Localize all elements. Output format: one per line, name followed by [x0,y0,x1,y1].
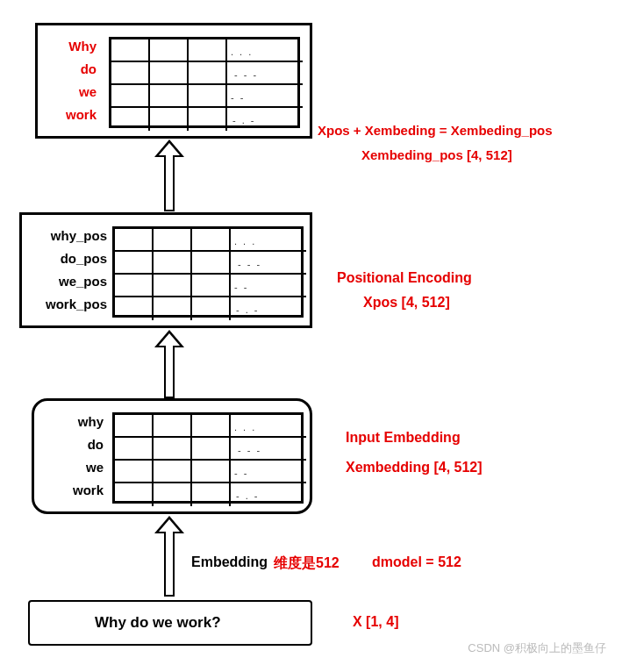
row-label: work [40,104,97,126]
watermark: CSDN @积极向上的墨鱼仔 [468,640,606,656]
annot-top-2: Xembeding_pos [4, 512] [361,147,512,162]
grid-top: . . . - - - - - - . - [109,37,300,128]
row-label: we [46,456,104,479]
labels-mid: why_pos do_pos we_pos work_pos [23,225,107,316]
label-embedding: Embedding [191,554,268,570]
label-dmodel: dmodel = 512 [372,554,461,570]
row-label: we [40,81,97,104]
row-label: work [46,479,104,502]
labels-top: Why do we work [40,35,97,126]
annot-emb-2: Xembedding [4, 512] [346,460,483,475]
grid-mid: . . . - - - - - - . - [112,226,304,318]
row-label: why [46,411,104,433]
annot-xshape: X [1, 4] [353,614,398,630]
label-dims: 维度是512 [274,554,340,573]
annot-top-1: Xpos + Xembeding = Xembeding_pos [318,123,553,138]
annot-mid-2: Xpos [4, 512] [363,295,450,311]
input-sentence: Why do we work? [95,614,221,632]
row-label: why_pos [23,225,107,247]
labels-emb: why do we work [46,411,104,502]
grid-emb: . . . - - - - - - . - [112,412,304,504]
row-label: we_pos [23,270,107,293]
row-label: do_pos [23,247,107,270]
row-label: do [40,58,97,81]
annot-mid-1: Positional Encoding [337,270,472,286]
annot-emb-1: Input Embedding [346,430,461,446]
row-label: work_pos [23,293,107,316]
row-label: do [46,433,104,456]
row-label: Why [40,35,97,58]
